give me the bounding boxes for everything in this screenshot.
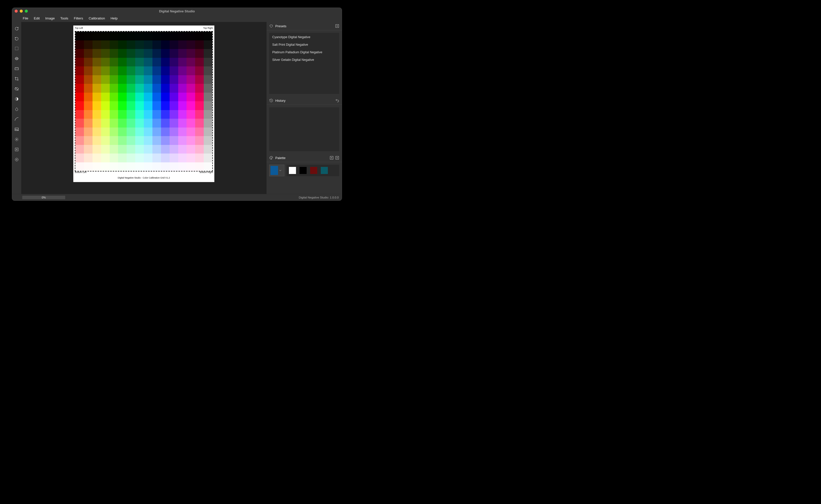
menu-tools[interactable]: Tools: [60, 16, 68, 20]
calibration-cell: [127, 136, 135, 145]
preset-list: Cyanotype Digital Negative Salt Print Di…: [269, 33, 339, 94]
heart-icon: [269, 24, 273, 28]
calibration-cell: [144, 101, 152, 110]
calibration-cell: [144, 84, 152, 93]
history-header: History: [267, 96, 342, 105]
menu-image[interactable]: Image: [45, 16, 55, 20]
droplet-icon[interactable]: [14, 106, 19, 112]
undo-button[interactable]: [335, 98, 339, 103]
calibration-cell: [144, 162, 152, 171]
svg-point-4: [16, 139, 17, 140]
calibration-cell: [152, 49, 161, 58]
calibration-cell: [152, 101, 161, 110]
calibration-cell: [144, 154, 152, 162]
calibration-cell: [92, 58, 101, 67]
calibration-cell: [92, 75, 101, 84]
palette-header: Palette: [267, 154, 342, 162]
calibration-cell: [186, 119, 195, 128]
add-circle-icon[interactable]: [14, 157, 19, 162]
calibration-cell: [186, 40, 195, 49]
calibration-cell: [84, 119, 92, 128]
calibration-cell: [178, 154, 187, 162]
palette-swatch[interactable]: [289, 167, 296, 174]
history-list[interactable]: [269, 107, 339, 151]
calibration-cell: [186, 154, 195, 162]
calibration-cell: [204, 154, 212, 162]
calibration-cell: [144, 75, 152, 84]
resize-icon[interactable]: [14, 66, 19, 71]
menu-edit[interactable]: Edit: [34, 16, 40, 20]
palette-swatch[interactable]: [321, 167, 328, 174]
menubar: File Edit Image Tools Filters Calibratio…: [12, 14, 342, 22]
calibration-cell: [127, 58, 135, 67]
calibration-cell: [135, 84, 144, 93]
calibration-cell: [161, 75, 169, 84]
rotate-ccw-icon[interactable]: [14, 36, 19, 41]
palette-swatch[interactable]: [310, 167, 317, 174]
menu-filters[interactable]: Filters: [74, 16, 83, 20]
calibration-cell: [169, 162, 178, 171]
calibration-cell: [195, 84, 204, 93]
add-preset-button[interactable]: [335, 24, 339, 28]
delete-swatch-button[interactable]: [335, 156, 339, 160]
calibration-cell: [169, 110, 178, 119]
calibration-cell: [75, 119, 84, 128]
calibration-cell: [178, 75, 187, 84]
calibration-cell: [84, 40, 92, 49]
visibility-off-icon[interactable]: [14, 86, 19, 92]
calibration-cell: [195, 136, 204, 145]
calibration-cell: [144, 136, 152, 145]
palette-swatch[interactable]: [300, 167, 307, 174]
calibration-cell: [101, 32, 110, 40]
flip-horizontal-icon[interactable]: [14, 56, 19, 61]
calibration-cell: [169, 75, 178, 84]
calibration-cell: [204, 110, 212, 119]
maximize-window-button[interactable]: [25, 10, 28, 13]
crop-icon[interactable]: [14, 76, 19, 82]
calibration-cell: [92, 110, 101, 119]
corner-label-bl: Bottom Left: [75, 171, 86, 173]
preset-item[interactable]: Platinum Palladium Digital Negative: [269, 48, 339, 56]
calibration-cell: [204, 75, 212, 84]
preset-item[interactable]: Cyanotype Digital Negative: [269, 33, 339, 41]
current-color-picker[interactable]: [269, 165, 284, 176]
calibration-cell: [152, 110, 161, 119]
minimize-window-button[interactable]: [20, 10, 23, 13]
image-icon[interactable]: [14, 127, 19, 132]
rotate-cw-icon[interactable]: [14, 26, 19, 31]
calibration-cell: [127, 93, 135, 102]
calibration-cell: [118, 66, 127, 75]
calibration-cell: [101, 66, 110, 75]
close-window-button[interactable]: [15, 10, 18, 13]
calibration-cell: [178, 145, 187, 154]
gear-icon[interactable]: [14, 137, 19, 142]
calibration-cell: [152, 84, 161, 93]
calibration-cell: [152, 119, 161, 128]
app-window: Digital Negative Studio File Edit Image …: [12, 8, 342, 200]
contrast-icon[interactable]: [14, 96, 19, 102]
calibration-cell: [118, 58, 127, 67]
curve-icon[interactable]: [14, 116, 19, 122]
grid-plus-icon[interactable]: [14, 147, 19, 152]
calibration-cell: [152, 128, 161, 136]
calibration-cell: [152, 75, 161, 84]
calibration-cell: [110, 84, 118, 93]
calibration-cell: [101, 84, 110, 93]
calibration-cell: [178, 128, 187, 136]
preset-item[interactable]: Silver Gelatin Digital Negative: [269, 56, 339, 64]
calibration-cell: [110, 136, 118, 145]
calibration-cell: [92, 162, 101, 171]
add-swatch-button[interactable]: [330, 156, 334, 160]
calibration-cell: [92, 66, 101, 75]
calibration-cell: [204, 84, 212, 93]
preset-item[interactable]: Salt Print Digital Negative: [269, 41, 339, 48]
menu-calibration[interactable]: Calibration: [89, 16, 105, 20]
menu-help[interactable]: Help: [110, 16, 117, 20]
marquee-icon[interactable]: [14, 46, 19, 51]
calibration-cell: [127, 119, 135, 128]
calibration-cell: [169, 136, 178, 145]
menu-file[interactable]: File: [23, 16, 28, 20]
calibration-cell: [195, 101, 204, 110]
canvas-area[interactable]: Top Left Top Right Bottom Left Bottom Ri…: [21, 22, 267, 194]
calibration-cell: [118, 128, 127, 136]
